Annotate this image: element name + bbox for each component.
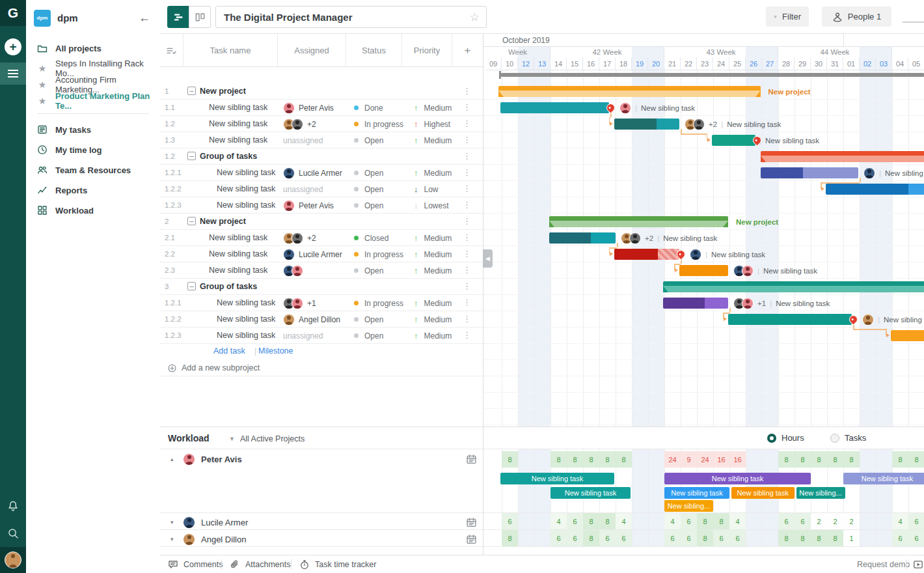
row-menu-icon[interactable]: ⋮: [463, 83, 471, 99]
task-bar[interactable]: [891, 330, 924, 341]
filter-button[interactable]: Filter: [766, 7, 809, 27]
sidebar-item-my-tasks[interactable]: My tasks: [26, 120, 159, 139]
calendar-icon[interactable]: [466, 454, 477, 465]
task-bar[interactable]: [614, 119, 680, 130]
add-milestone-link[interactable]: Milestone: [258, 346, 293, 356]
comments-button[interactable]: Comments: [168, 555, 223, 573]
collapse-group-icon[interactable]: –: [187, 87, 196, 95]
column-header-task-name[interactable]: Task name: [183, 34, 278, 67]
task-row[interactable]: 2.3New sibling taskOpen↑Medium⋮: [159, 262, 483, 279]
row-menu-icon[interactable]: ⋮: [463, 246, 471, 262]
workload-project-filter[interactable]: ▼All Active Projects: [229, 434, 305, 443]
row-menu-icon[interactable]: ⋮: [463, 100, 471, 115]
row-menu-icon[interactable]: ⋮: [463, 214, 471, 229]
task-row[interactable]: 1.2New sibling task+2In progress↑Highest…: [159, 116, 483, 132]
sidebar-item-team-resources[interactable]: Team & Resources: [26, 161, 159, 179]
column-header-select[interactable]: [159, 34, 183, 67]
project-summary-bar[interactable]: [549, 216, 728, 227]
row-menu-icon[interactable]: ⋮: [463, 230, 471, 245]
row-menu-icon[interactable]: ⋮: [463, 311, 471, 327]
task-bar[interactable]: [761, 167, 859, 178]
workload-task-bar[interactable]: New sibling...: [796, 487, 845, 499]
workload-member-row[interactable]: ▾Angel Dillon: [170, 532, 246, 546]
task-row[interactable]: 2.1New sibling task+2Closed↑Medium⋮: [159, 230, 483, 246]
column-header-status[interactable]: Status: [346, 34, 402, 67]
task-bar[interactable]: [549, 232, 616, 244]
menu-icon[interactable]: [0, 63, 26, 85]
bell-icon[interactable]: [7, 500, 19, 512]
video-demo-button[interactable]: [913, 555, 923, 573]
task-bar[interactable]: [614, 249, 680, 260]
sidebar-item-my-time-log[interactable]: My time log: [26, 141, 159, 159]
row-menu-icon[interactable]: ⋮: [463, 148, 471, 164]
task-bar[interactable]: [500, 102, 609, 113]
group-row[interactable]: 1.2–Group of tasks⋮: [159, 148, 483, 165]
workload-task-bar[interactable]: New sibling task: [500, 473, 614, 484]
board-view-toggle[interactable]: [189, 6, 211, 28]
workspace-logo[interactable]: dpm: [34, 10, 51, 27]
task-row[interactable]: 1.2.1New sibling task+1In progress↑Mediu…: [159, 295, 483, 311]
workload-task-bar[interactable]: New sibling task: [550, 487, 631, 499]
project-summary-bar[interactable]: [498, 86, 761, 97]
collapse-group-icon[interactable]: –: [187, 282, 196, 290]
project-title-input[interactable]: The Digital Project Manager ☆: [215, 6, 487, 28]
row-menu-icon[interactable]: ⋮: [463, 165, 471, 180]
workload-task-bar[interactable]: New sibling task: [664, 487, 729, 499]
attachments-button[interactable]: Attachments: [230, 555, 290, 573]
hours-radio[interactable]: Hours: [767, 433, 804, 443]
task-bar[interactable]: [663, 298, 728, 309]
sidebar-item-product-marketing-pl[interactable]: ★Product Marketing Plan Te...: [26, 92, 159, 110]
workload-task-bar[interactable]: New sibling task: [731, 487, 795, 499]
request-demo-link[interactable]: Request demo: [857, 555, 910, 573]
column-header-assigned[interactable]: Assigned: [278, 34, 346, 67]
sidebar-item-reports[interactable]: Reports: [26, 181, 159, 199]
row-menu-icon[interactable]: ⋮: [463, 132, 471, 148]
tasks-radio[interactable]: Tasks: [830, 433, 866, 443]
row-menu-icon[interactable]: ⋮: [463, 116, 471, 132]
task-row[interactable]: 1.2.3New sibling taskPeter AvisOpen↓Lowe…: [159, 197, 483, 214]
row-menu-icon[interactable]: ⋮: [463, 279, 471, 294]
add-column-button[interactable]: +: [452, 34, 483, 67]
task-row[interactable]: 2.2New sibling taskLucile ArmerIn progre…: [159, 246, 483, 262]
workload-task-bar[interactable]: New sibling...: [664, 500, 713, 512]
people-button[interactable]: People 1: [822, 7, 891, 27]
sidebar-item-workload[interactable]: Workload: [26, 201, 159, 219]
task-row[interactable]: 1.2.2New sibling taskAngel DillonOpen↑Me…: [159, 311, 483, 328]
workload-task-bar[interactable]: New sibling task: [843, 473, 924, 484]
group-row[interactable]: 1–New project⋮: [159, 83, 483, 100]
row-menu-icon[interactable]: ⋮: [463, 197, 471, 213]
row-menu-icon[interactable]: ⋮: [463, 181, 471, 197]
group-row[interactable]: 2–New project⋮: [159, 214, 483, 230]
project-summary-bar[interactable]: [663, 281, 924, 292]
workload-member-row[interactable]: ▾Lucile Armer: [170, 515, 248, 529]
task-bar[interactable]: [679, 265, 728, 276]
row-menu-icon[interactable]: ⋮: [463, 295, 471, 311]
sidebar-item-all-projects[interactable]: All projects: [26, 39, 159, 57]
task-row[interactable]: 1.2.3New sibling taskunassignedOpen↑Medi…: [159, 328, 483, 344]
calendar-icon[interactable]: [466, 534, 477, 545]
column-header-priority[interactable]: Priority: [402, 34, 452, 67]
project-summary-bar[interactable]: [761, 151, 924, 162]
collapse-group-icon[interactable]: –: [187, 152, 196, 160]
calendar-icon[interactable]: [466, 517, 477, 528]
search-icon[interactable]: [7, 527, 19, 539]
add-project-button[interactable]: +: [5, 38, 21, 55]
task-bar[interactable]: [728, 314, 852, 325]
row-menu-icon[interactable]: ⋮: [463, 328, 471, 343]
group-row[interactable]: 3–Group of tasks⋮: [159, 279, 483, 295]
row-menu-icon[interactable]: ⋮: [463, 262, 471, 278]
task-row[interactable]: 1.1New sibling taskPeter AvisDone↑Medium…: [159, 100, 483, 116]
workload-member-row[interactable]: ▴Peter Avis: [170, 452, 242, 466]
add-subproject-row[interactable]: Add a new subproject: [159, 360, 483, 376]
task-bar[interactable]: [826, 184, 924, 195]
collapse-sidebar-icon[interactable]: ←: [139, 11, 150, 25]
workload-task-bar[interactable]: New sibling task: [664, 473, 811, 484]
ganttpro-logo[interactable]: G: [0, 0, 26, 26]
timeline-scrollbar[interactable]: [500, 73, 924, 77]
add-task-link[interactable]: Add task: [213, 346, 245, 356]
collapse-grid-handle[interactable]: ◀: [483, 249, 493, 268]
time-tracker-button[interactable]: Task time tracker: [299, 555, 376, 573]
task-row[interactable]: 1.2.1New sibling taskLucile ArmerOpen↑Me…: [159, 165, 483, 181]
gantt-view-toggle[interactable]: [167, 6, 189, 28]
collapse-group-icon[interactable]: –: [187, 217, 196, 225]
